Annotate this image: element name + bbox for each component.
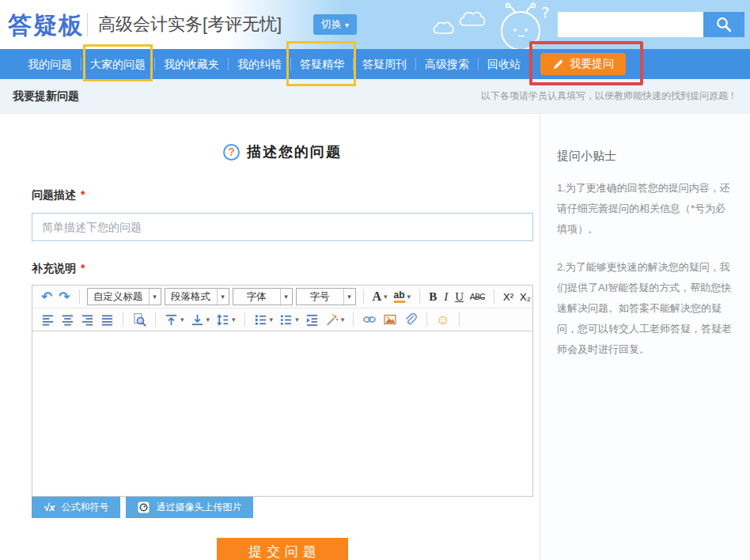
question-description-input[interactable] [32,213,533,241]
tip-item: 1.为了更准确的回答您的提问内容，还请仔细完善提问的相关信息（*号为必填项）。 [557,178,733,240]
image-icon [383,312,397,327]
section-title: ? 描述您的问题 [32,142,533,161]
line-spacing-icon [216,313,229,327]
clouds-decoration [400,6,498,38]
chevron-down-icon: ▾ [384,293,388,301]
toolbar-divider [459,312,460,327]
chevron-down-icon: ▾ [270,316,274,324]
subscript-button[interactable]: X₂ [518,291,532,303]
strikethrough-button[interactable]: ABC [468,293,487,301]
switch-course-button[interactable]: 切换 ▾ [313,14,357,35]
highlight-color-button[interactable]: ab ▾ [392,290,413,303]
superscript-button[interactable]: X² [502,291,515,303]
page-note: 以下各项请学员认真填写，以便教师能快速的找到提问原题！ [481,89,737,103]
search-icon [716,17,732,32]
align-left-icon [41,313,55,327]
camera-icon [138,501,150,513]
chevron-down-icon: ▾ [217,289,229,305]
question-description-label: 问题描述* [32,188,533,202]
ordered-list-button[interactable]: ▾ [252,313,275,327]
align-center-icon [61,313,74,327]
font-family-dropdown[interactable]: 字体 ▾ [233,288,293,305]
toolbar-divider [353,312,354,327]
space-above-icon [165,313,178,327]
formula-icon: √x [44,501,55,513]
insert-image-button[interactable] [381,312,399,327]
submit-question-button[interactable]: 提交问题 [217,538,348,560]
magic-wand-icon [325,313,339,327]
nav-item-my-corrections[interactable]: 我的纠错 [229,49,290,79]
align-right-button[interactable] [79,313,96,327]
align-justify-button[interactable] [99,313,116,327]
chevron-down-icon: ▾ [180,316,184,324]
main-nav: 我的问题 大家的问题 我的收藏夹 我的纠错 答疑精华 答疑周刊 高级搜索 回收站… [0,49,750,79]
toolbar-divider [426,312,427,327]
mascot-character: ? [494,2,554,49]
app-logo: 答疑板 [8,9,84,42]
nav-item-everyones-questions[interactable]: 大家的问题 [81,49,154,79]
bold-button[interactable]: B [427,290,438,304]
attach-file-button[interactable] [402,312,419,327]
italic-button[interactable]: I [441,290,450,304]
nav-item-qa-weekly[interactable]: 答疑周刊 [354,49,415,79]
toolbar-divider [244,312,245,327]
toolbar-divider [363,289,364,304]
toolbar-divider [79,289,80,304]
space-above-button[interactable]: ▾ [163,313,186,327]
editor-content-area[interactable] [32,331,532,496]
nav-item-my-favorites[interactable]: 我的收藏夹 [155,49,228,79]
preview-button[interactable] [131,312,148,327]
redo-button[interactable]: ↷ [57,289,71,305]
undo-button[interactable]: ↶ [40,289,54,305]
nav-item-recycle-bin[interactable]: 回收站 [479,49,529,79]
indent-button[interactable] [304,313,320,327]
tips-title: 提问小贴士 [557,149,733,164]
page: 答疑板 高级会计实务[考评无忧] 切换 ▾ ? [0,0,750,560]
logo-divider [87,13,88,36]
question-form: ? 描述您的问题 问题描述* 补充说明* ↶ ↷ 自定义标题 ▾ 段落格式 [32,114,533,560]
emoji-button[interactable]: ☺ [434,313,451,327]
space-below-icon [191,313,204,327]
font-size-dropdown[interactable]: 字号 ▾ [296,288,356,305]
underline-button[interactable]: U [453,290,465,304]
toolbar-divider [419,289,420,304]
nav-item-my-questions[interactable]: 我的问题 [19,49,81,79]
camera-upload-button[interactable]: 通过摄像头上传图片 [126,497,253,518]
question-circle-icon: ? [223,144,240,161]
top-header: 答疑板 高级会计实务[考评无忧] 切换 ▾ ? [0,0,750,49]
formula-symbols-button[interactable]: √x 公式和符号 [32,497,120,518]
tip-item: 2.为了能够更快速的解决您的疑问，我们提供了AI智能答疑的方式，帮助您快速解决问… [557,257,733,360]
space-below-button[interactable]: ▾ [189,313,212,327]
editor-toolbar-row1: ↶ ↷ 自定义标题 ▾ 段落格式 ▾ 字体 ▾ 字号 ▾ [32,286,532,308]
editor-actions: √x 公式和符号 通过摄像头上传图片 [32,497,533,518]
insert-link-button[interactable] [361,312,378,327]
unordered-list-icon [279,313,293,327]
search-input[interactable] [558,12,703,37]
chevron-down-icon: ▾ [232,316,236,324]
page-subheader: 我要提新问题 以下各项请学员认真填写，以便教师能快速的找到提问原题！ [0,79,750,114]
search-button[interactable] [703,12,744,37]
link-icon [362,312,377,327]
custom-heading-dropdown[interactable]: 自定义标题 ▾ [87,288,161,305]
unordered-list-button[interactable]: ▾ [278,313,301,327]
nav-item-advanced-search[interactable]: 高级搜索 [416,49,478,79]
format-wand-button[interactable]: ▾ [324,313,347,327]
rich-text-editor: ↶ ↷ 自定义标题 ▾ 段落格式 ▾ 字体 ▾ 字号 ▾ [32,285,533,497]
toolbar-divider [123,312,123,327]
chevron-down-icon: ▾ [295,316,299,324]
align-right-icon [81,313,94,327]
align-center-button[interactable] [59,313,76,327]
ask-question-button[interactable]: 我要提问 [540,53,626,75]
indent-icon [305,313,319,327]
paragraph-format-dropdown[interactable]: 段落格式 ▾ [165,288,229,305]
svg-text:?: ? [541,3,550,22]
nav-item-qa-highlights[interactable]: 答疑精华 [291,49,353,79]
font-color-button[interactable]: A ▾ [371,289,389,304]
page-title: 我要提新问题 [13,89,79,104]
chevron-down-icon: ▾ [345,21,349,29]
supplement-label: 补充说明* [32,262,533,276]
align-left-button[interactable] [40,313,56,327]
chevron-down-icon: ▾ [149,289,161,305]
line-spacing-button[interactable]: ▾ [214,313,237,327]
preview-magnifier-icon [132,312,146,327]
